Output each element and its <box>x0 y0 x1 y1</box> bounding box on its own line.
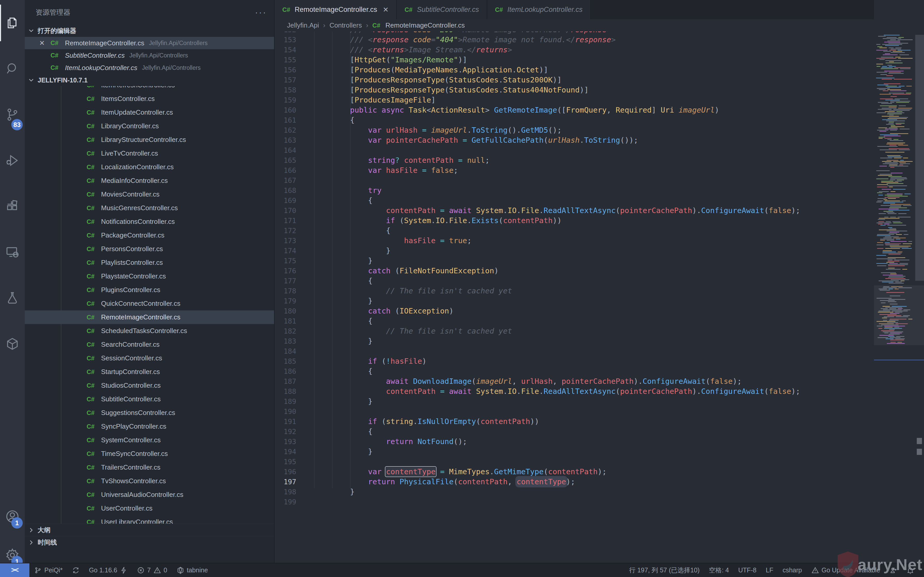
tree-item[interactable]: C#SuggestionsController.cs <box>25 406 274 420</box>
activity-item-source-control[interactable]: 83 <box>0 92 25 137</box>
breadcrumb-separator-icon: › <box>366 21 368 29</box>
line-number: 170 <box>275 206 300 216</box>
remote-indicator[interactable]: >< <box>0 563 29 577</box>
open-editor-item[interactable]: ✕C#RemoteImageController.csJellyfin.Api/… <box>25 37 274 49</box>
vertical-scrollbar[interactable] <box>915 35 924 281</box>
chevron-right-icon <box>27 526 35 534</box>
tree-item[interactable]: C#PluginsController.cs <box>25 283 274 297</box>
tree-item[interactable]: C#PackageController.cs <box>25 229 274 242</box>
line-number: 155 <box>275 55 300 65</box>
tree-item[interactable]: C#MusicGenresController.cs <box>25 201 274 215</box>
activity-item-account[interactable]: 1 <box>0 497 25 536</box>
tree-item[interactable]: C#RemoteImageController.cs <box>25 310 274 324</box>
tree-item[interactable]: C#NotificationsController.cs <box>25 215 274 229</box>
open-editor-item[interactable]: C#SubtitleController.csJellyfin.Api/Cont… <box>25 49 274 61</box>
file-name: ScheduledTasksController.cs <box>101 327 187 335</box>
tree-item[interactable]: C#MoviesController.cs <box>25 187 274 201</box>
editor-tab[interactable]: C#SubtitleController.cs <box>397 0 487 19</box>
tab-label: SubtitleController.cs <box>417 6 479 14</box>
tree-item[interactable]: C#StudiosController.cs <box>25 379 274 392</box>
editor-tab[interactable]: C#RemoteImageController.cs✕ <box>275 0 397 19</box>
line-number: 164 <box>275 145 300 155</box>
status-item-cursor-position[interactable]: 行 197, 列 57 (已选择10) <box>624 563 704 577</box>
status-text: PeiQi* <box>44 566 63 574</box>
status-item-go-version[interactable]: Go 1.16.6 <box>84 563 132 577</box>
status-item-go-update[interactable]: Go Update Available <box>807 563 885 577</box>
file-name: ItemLookupController.cs <box>65 64 137 72</box>
activity-item-remote-explorer[interactable] <box>0 229 25 275</box>
breadcrumb-item[interactable]: RemoteImageController.cs <box>385 21 465 29</box>
tree-item[interactable]: C#SystemController.cs <box>25 433 274 447</box>
tree-item[interactable]: C#PersonsController.cs <box>25 242 274 256</box>
tab-label: RemoteImageController.cs <box>295 6 377 14</box>
tree-item[interactable]: C#ItemsController.cs <box>25 92 274 106</box>
tree-item[interactable]: C#UserLibraryController.cs <box>25 515 274 524</box>
minimap[interactable] <box>874 0 924 563</box>
tree-item[interactable]: C#UniversalAudioController.cs <box>25 488 274 501</box>
status-item-language-mode[interactable]: csharp <box>778 563 806 577</box>
explorer-more-actions-icon[interactable]: ··· <box>255 7 267 17</box>
close-icon[interactable]: ✕ <box>383 6 389 14</box>
tree-item[interactable]: C#LiveTvController.cs <box>25 147 274 160</box>
tree-item[interactable]: C#SubtitleController.cs <box>25 392 274 406</box>
code-line: 189 } <box>275 396 874 406</box>
tree-item[interactable]: C#ItemRefreshController.cs <box>25 86 274 92</box>
status-item-indentation[interactable]: 空格: 4 <box>704 563 734 577</box>
tree-item[interactable]: C#QuickConnectController.cs <box>25 297 274 310</box>
tree-item[interactable]: C#SearchController.cs <box>25 338 274 351</box>
activity-item-run-debug[interactable] <box>0 137 25 184</box>
csharp-file-icon: C# <box>87 423 101 430</box>
status-item-problems[interactable]: 70 <box>132 563 172 577</box>
tree-item[interactable]: C#ItemUpdateController.cs <box>25 106 274 119</box>
status-item-feedback[interactable] <box>885 563 902 577</box>
breadcrumb[interactable]: Jellyfin.Api›Controllers›C#RemoteImageCo… <box>275 19 924 31</box>
status-item-tabnine[interactable]: tabnine <box>172 563 213 577</box>
open-editor-item[interactable]: C#ItemLookupController.csJellyfin.Api/Co… <box>25 61 274 74</box>
tree-item[interactable]: C#TrailersController.cs <box>25 461 274 474</box>
status-item-sync[interactable] <box>67 563 84 577</box>
code-line: 168 try <box>275 185 874 195</box>
code-editor[interactable]: 152 /// <response code="200">Remote imag… <box>275 31 874 563</box>
chevron-right-icon <box>27 538 35 546</box>
csharp-file-icon: C# <box>87 287 101 294</box>
tree-item[interactable]: C#SyncPlayController.cs <box>25 420 274 433</box>
tree-item[interactable]: C#UserController.cs <box>25 501 274 515</box>
tree-item[interactable]: C#LibraryStructureController.cs <box>25 133 274 147</box>
sidebar-section-大纲[interactable]: 大纲 <box>25 524 274 536</box>
activity-item-package[interactable] <box>0 321 25 367</box>
code-text <box>300 176 314 185</box>
activity-item-files[interactable] <box>0 0 25 46</box>
tree-item[interactable]: C#TimeSyncController.cs <box>25 447 274 461</box>
status-item-notifications[interactable] <box>902 563 919 577</box>
activity-item-testing[interactable] <box>0 275 25 321</box>
tree-item[interactable]: C#TvShowsController.cs <box>25 474 274 488</box>
tree-item[interactable]: C#StartupController.cs <box>25 365 274 379</box>
status-item-git-branch[interactable]: PeiQi* <box>29 563 67 577</box>
files-icon <box>5 16 19 30</box>
minimap-viewport[interactable] <box>874 285 924 345</box>
project-folder-section[interactable]: JELLYFIN-10.7.1 <box>25 74 274 86</box>
breadcrumb-item[interactable]: Jellyfin.Api <box>287 21 319 29</box>
tree-item[interactable]: C#PlaylistsController.cs <box>25 256 274 269</box>
file-name: PlaylistsController.cs <box>101 259 163 267</box>
line-number: 189 <box>275 396 300 406</box>
tree-item[interactable]: C#SessionController.cs <box>25 351 274 365</box>
activity-item-search[interactable] <box>0 46 25 92</box>
tree-item[interactable]: C#MediaInfoController.cs <box>25 174 274 187</box>
csharp-file-icon: C# <box>87 259 101 266</box>
code-line: 164 <box>275 145 874 155</box>
editor-tab[interactable]: C#ItemLookupController.cs <box>487 0 591 19</box>
tree-item[interactable]: C#ScheduledTasksController.cs <box>25 324 274 338</box>
file-name: SystemController.cs <box>101 436 161 444</box>
open-editors-section[interactable]: 打开的编辑器 <box>25 24 274 37</box>
tree-item[interactable]: C#PlaystateController.cs <box>25 269 274 283</box>
status-item-encoding[interactable]: UTF-8 <box>733 563 761 577</box>
activity-item-extensions[interactable] <box>0 184 25 229</box>
tree-item[interactable]: C#LocalizationController.cs <box>25 160 274 174</box>
breadcrumb-item[interactable]: Controllers <box>330 21 362 29</box>
sidebar-section-时间线[interactable]: 时间线 <box>25 536 274 548</box>
tree-item[interactable]: C#LibraryController.cs <box>25 119 274 133</box>
close-icon[interactable]: ✕ <box>39 39 50 47</box>
code-text: await DownloadImage(imageUrl, urlHash, p… <box>300 376 742 387</box>
status-item-eol[interactable]: LF <box>761 563 778 577</box>
